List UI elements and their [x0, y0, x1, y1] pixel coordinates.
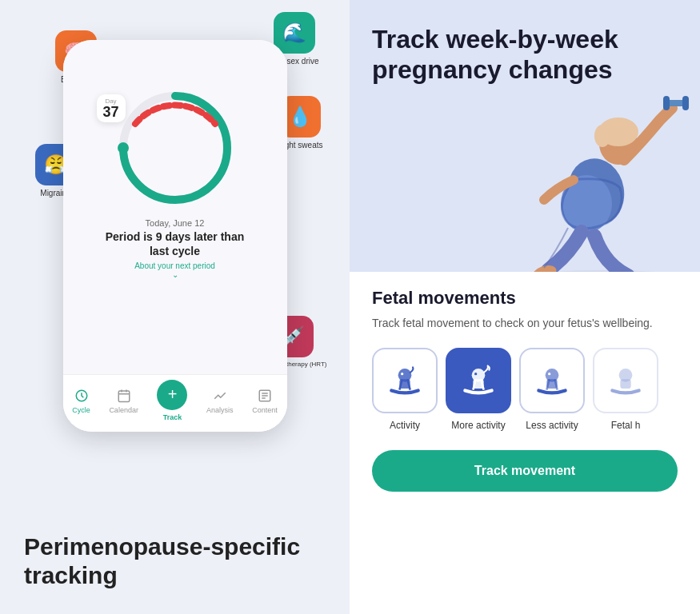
activity-card-fetal[interactable]: Fetal h [593, 348, 658, 431]
content-nav-icon [256, 387, 274, 405]
cycle-ring-svg [111, 84, 239, 212]
svg-point-1 [118, 142, 129, 154]
activity-label-more: More activity [451, 420, 505, 431]
svg-point-36 [548, 373, 550, 375]
perimenopause-title: Perimenopause-specific tracking [24, 532, 326, 590]
rocking-horse-fetal [606, 361, 646, 401]
track-plus-btn[interactable]: + [157, 380, 187, 410]
right-hero: Track week-by-week pregnancy changes [350, 0, 700, 272]
nav-track[interactable]: + Track [157, 380, 187, 421]
svg-point-23 [398, 369, 412, 382]
hero-title: Track week-by-week pregnancy changes [350, 0, 700, 86]
svg-point-26 [401, 373, 403, 375]
nav-calendar-label: Calendar [109, 406, 138, 414]
rocking-horse-activity [385, 361, 425, 401]
activity-card-less[interactable]: Less activity [519, 348, 585, 431]
pregnancy-illustration [500, 64, 700, 272]
activity-label-activity: Activity [390, 420, 420, 431]
left-bottom-text: Perimenopause-specific tracking [24, 532, 326, 590]
rocking-horse-less [532, 361, 572, 401]
nav-content[interactable]: Content [252, 387, 278, 414]
svg-point-33 [546, 369, 559, 382]
right-panel: Track week-by-week pregnancy changes [350, 0, 700, 614]
rocking-horse-more [458, 361, 498, 401]
nav-track-label: Track [163, 413, 182, 421]
svg-rect-18 [663, 96, 670, 110]
cycle-ring [111, 84, 239, 212]
left-panel: 🧠 Brainfog 🌊 Low sex drive 💧 Night sweat… [0, 0, 350, 614]
activity-box-fetal [593, 348, 658, 413]
cycle-text: Today, June 12 Period is 9 days later th… [87, 218, 263, 279]
pregnant-woman-svg [500, 64, 700, 272]
nav-content-label: Content [252, 406, 278, 414]
svg-point-31 [474, 373, 477, 375]
cycle-main-text: Period is 9 days later than last cycle [100, 229, 250, 258]
bottom-nav: Cycle Calendar + Track [63, 374, 287, 432]
activity-card-more[interactable]: More activity [446, 348, 511, 431]
svg-rect-19 [682, 96, 689, 110]
fetal-content: Fetal movements Track fetal movement to … [350, 272, 700, 614]
activity-cards: Activity More activity [372, 348, 678, 431]
phone-inner: Day 37 [63, 40, 287, 432]
cycle-area: Today, June 12 Period is 9 days later th… [87, 84, 263, 279]
nav-cycle[interactable]: Cycle [72, 387, 90, 414]
cycle-chevron: ⌄ [100, 270, 250, 279]
calendar-nav-icon [115, 387, 133, 405]
track-movement-button[interactable]: Track movement [372, 450, 678, 492]
nav-analysis[interactable]: Analysis [206, 387, 234, 414]
svg-rect-3 [118, 391, 130, 402]
activity-label-less: Less activity [526, 420, 578, 431]
activity-label-fetal: Fetal h [611, 420, 641, 431]
phone-container: 🧠 Brainfog 🌊 Low sex drive 💧 Night sweat… [47, 16, 303, 464]
nav-analysis-label: Analysis [206, 406, 234, 414]
activity-box-less [519, 348, 585, 413]
cycle-link[interactable]: About your next period [100, 261, 250, 270]
cycle-nav-icon [73, 387, 90, 405]
analysis-nav-icon [211, 387, 229, 405]
phone-frame: Day 37 [63, 40, 287, 432]
nav-cycle-label: Cycle [72, 406, 90, 414]
activity-box-more [446, 348, 511, 413]
nav-calendar[interactable]: Calendar [109, 387, 138, 414]
fetal-title: Fetal movements [372, 288, 678, 309]
fetal-description: Track fetal movement to check on your fe… [372, 315, 678, 332]
svg-point-28 [472, 369, 486, 382]
activity-box-activity [372, 348, 438, 413]
activity-card-activity[interactable]: Activity [372, 348, 438, 431]
svg-point-16 [594, 125, 610, 147]
svg-point-38 [619, 369, 633, 382]
cycle-date: Today, June 12 [100, 218, 250, 228]
